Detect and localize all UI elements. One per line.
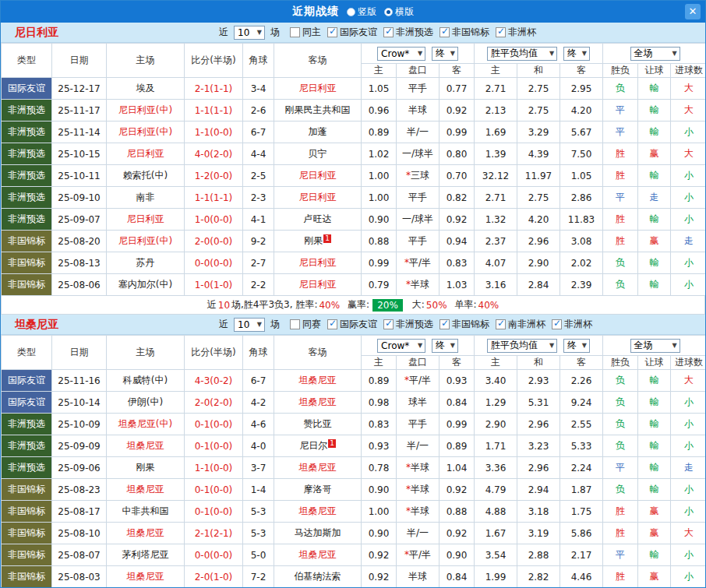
handicap-away-odds: 0.82 [439,187,475,209]
odds-away: 4.46 [560,566,603,588]
chevron-down-icon: ▼ [418,342,422,349]
odds-home: 2.90 [475,414,517,435]
away-team: 尼日利亚 [274,274,362,296]
odds-draw: 2.94 [517,479,560,501]
filter-checkbox[interactable]: 非国锦标 [439,26,489,39]
filter-checkbox[interactable]: 南非洲杯 [496,318,545,331]
odds-type-select[interactable]: 胜平负均值▼ [487,339,557,353]
layout-radio-vertical[interactable]: 竖版 [347,5,376,19]
scope-select[interactable]: 全场▼ [630,339,680,353]
home-team: 尼日利亚(中) [107,121,185,143]
match-count-select[interactable]: 10▼ [234,26,265,40]
col-date: 日期 [52,44,107,78]
handicap-result: 輸 [638,121,671,143]
handicap-line: 一/球半 [397,209,439,231]
near-label: 近 [219,26,228,39]
result: 负 [603,435,638,457]
goals-result: 小 [671,544,706,566]
filter-checkbox[interactable]: 同赛 [290,318,321,331]
odds-time-select[interactable]: 终▼ [563,339,590,353]
checkbox-checked-icon [327,319,337,329]
score: 2-1(2-1) [185,523,243,544]
handicap-result: 輸 [638,414,671,435]
checkbox-checked-icon [496,319,506,329]
handicap-group-header: Crow*▼ 终▼ [362,44,475,64]
match-date: 25-10-11 [52,165,107,187]
handicap-away-odds: 0.92 [439,523,475,544]
corners: 3-4 [243,78,274,100]
checkbox-checked-icon [327,27,337,37]
match-count-select[interactable]: 10▼ [234,318,265,332]
checkbox-label: 国际友谊 [340,318,377,331]
corners: 6-7 [243,121,274,143]
home-team: 科威特(中) [107,370,185,392]
filter-checkbox[interactable]: 国际友谊 [327,318,377,331]
filter-checkbox[interactable]: 国际友谊 [327,26,377,39]
odds-company-select[interactable]: Crow*▼ [377,339,425,353]
odds-away: 2.26 [560,370,603,392]
filter-checkbox[interactable]: 非洲杯 [496,26,536,39]
radio-unselected-icon [347,8,355,16]
away-team: 尼日利亚 [274,187,362,209]
match-type: 非国锦标 [2,501,52,523]
handicap-away-odds: 0.99 [439,121,475,143]
col-handicap-home: 主 [362,356,397,370]
odds-home: 2.13 [475,100,517,121]
match-type: 非洲预选 [2,435,52,457]
goals-result: 大 [671,143,706,165]
handicap-time-select[interactable]: 终▼ [432,47,458,61]
odds-home: 1.39 [475,143,517,165]
home-team: 伊朗(中) [107,392,185,414]
away-team: 摩洛哥 [274,479,362,501]
odds-home: 1.69 [475,121,517,143]
col-score: 比分(半场) [185,44,243,78]
handicap-away-odds: 0.93 [439,370,475,392]
odds-away: 2.17 [560,544,603,566]
match-type: 非国锦标 [2,252,52,274]
odds-away: 1.87 [560,479,603,501]
odds-away: 5.86 [560,523,603,544]
col-corners: 角球 [243,336,274,370]
match-date: 25-11-16 [52,370,107,392]
away-team: 赞比亚 [274,414,362,435]
filter-checkbox[interactable]: 同主 [290,26,321,39]
match-date: 25-08-03 [52,566,107,588]
home-team: 茅利塔尼亚 [107,544,185,566]
odds-company-select[interactable]: Crow*▼ [377,47,425,61]
away-team: 刚果民主共和国 [274,100,362,121]
chevron-down-icon: ▼ [582,342,587,349]
chevron-down-icon: ▼ [672,50,676,57]
close-button[interactable]: ✕ [685,4,701,19]
score: 1-1(0-0) [185,121,243,143]
col-handicap-away: 客 [439,356,475,370]
score: 0-1(0-0) [185,414,243,435]
handicap-result: 赢 [638,523,671,544]
filter-checkbox[interactable]: 非洲预选 [383,318,433,331]
handicap-home-odds: 0.92 [362,544,397,566]
match-row: 非洲预选25-09-10南非1-1(1-1)2-3尼日利亚1.00平手0.822… [2,187,706,209]
handicap-line: *半球 [397,457,439,479]
match-type: 非国锦标 [2,231,52,252]
dialog-title: 近期战绩 [292,5,339,19]
home-team: 坦桑尼亚 [107,523,185,544]
filter-checkbox[interactable]: 非国锦标 [439,318,489,331]
layout-radio-horizontal[interactable]: 横版 [384,5,414,19]
over-rate: 50% [426,300,447,311]
handicap-line: 半球 [397,100,439,121]
home-team: 南非 [107,187,185,209]
scope-select[interactable]: 全场▼ [630,47,680,61]
corners: 2-5 [243,165,274,187]
score: 1-2(0-0) [185,165,243,187]
handicap-home-odds: 0.89 [362,121,397,143]
col-handicap-line: 盘口 [397,356,439,370]
match-row: 非国锦标25-08-10坦桑尼亚2-1(2-1)5-3马达加斯加0.90半/一0… [2,523,706,544]
unit-label: 场 [270,318,280,331]
handicap-time-select[interactable]: 终▼ [432,339,458,353]
odds-time-select[interactable]: 终▼ [563,47,590,61]
near-label: 近 [219,318,228,331]
handicap-line: 平手 [397,414,439,435]
odds-type-select[interactable]: 胜平负均值▼ [487,47,557,61]
match-date: 25-11-14 [52,121,107,143]
filter-checkbox[interactable]: 非洲预选 [383,26,433,39]
filter-checkbox[interactable]: 非洲杯 [552,318,592,331]
